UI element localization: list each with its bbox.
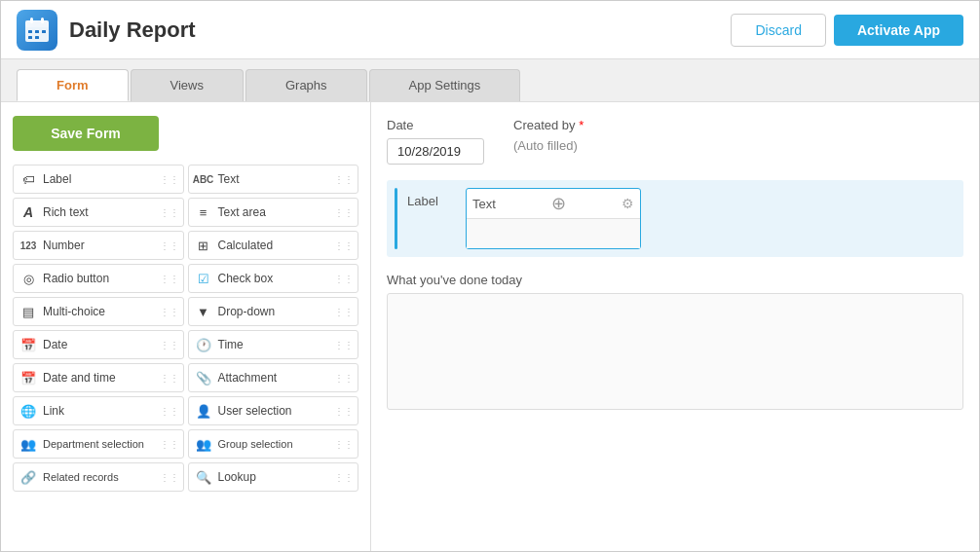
app-wrapper: Daily Report Discard Activate App Form V… [0,0,980,552]
what-done-textarea[interactable] [387,293,963,410]
date-and-time-icon: 📅 [19,369,37,386]
field-item-rich-text[interactable]: A Rich text ⋮⋮ [13,198,184,227]
selected-field-row: Label Text ⊕ ⚙ ⊞ [387,180,963,257]
field-item-text[interactable]: ABC Text ⋮⋮ [188,165,359,194]
date-field-group: Date [387,118,484,165]
form-area: Date Created by * (Auto filled) Label [371,102,979,551]
drag-handle: ⋮⋮ [160,274,179,284]
field-item-multi-choice[interactable]: ▤ Multi-choice ⋮⋮ [13,297,184,326]
department-selection-icon: 👥 [19,435,37,453]
field-user-selection-label: User selection [218,404,292,418]
app-title: Daily Report [69,18,731,43]
date-label: Date [387,118,484,132]
svg-rect-6 [42,30,46,33]
field-label-col: Label [407,188,456,208]
svg-rect-4 [28,30,32,33]
field-item-lookup[interactable]: 🔍 Lookup ⋮⋮ [188,462,359,492]
label-icon: 🏷 [19,170,37,188]
field-item-calculated[interactable]: ⊞ Calculated ⋮⋮ [188,231,359,260]
sidebar: Save Form 🏷 Label ⋮⋮ ABC Text ⋮⋮ A Rich … [1,102,371,551]
grid-icon[interactable]: ⊞ [978,209,979,228]
check-box-icon: ☑ [195,270,212,287]
field-item-drop-down[interactable]: ▼ Drop-down ⋮⋮ [188,297,359,326]
attachment-icon: 📎 [195,369,212,386]
svg-rect-3 [41,18,44,23]
discard-button[interactable]: Discard [731,14,825,47]
field-drop-down-label: Drop-down [218,305,276,318]
field-dept-label: Department selection [43,438,144,450]
drag-handle: ⋮⋮ [334,373,354,384]
lookup-icon: 🔍 [195,468,212,486]
related-records-icon: 🔗 [19,468,37,486]
field-multi-choice-label: Multi-choice [43,305,105,318]
field-item-text-area[interactable]: ≡ Text area ⋮⋮ [188,198,359,227]
field-check-box-label: Check box [218,272,274,285]
text-field-body [467,219,640,248]
field-date-and-time-label: Date and time [43,371,116,385]
drag-handle: ⋮⋮ [334,406,354,417]
drag-handle: ⋮⋮ [160,240,179,251]
field-radio-label: Radio button [43,272,109,285]
field-item-user-selection[interactable]: 👤 User selection ⋮⋮ [188,396,359,425]
field-item-link[interactable]: 🌐 Link ⋮⋮ [13,396,184,425]
field-item-date[interactable]: 📅 Date ⋮⋮ [13,330,184,359]
date-icon: 📅 [19,336,37,353]
blue-bar [395,188,397,249]
date-created-row: Date Created by * (Auto filled) [387,118,963,165]
field-item-date-and-time[interactable]: 📅 Date and time ⋮⋮ [13,363,184,392]
field-input-col: Text ⊕ ⚙ [466,188,641,249]
drag-handle: ⋮⋮ [160,406,179,417]
activate-app-button[interactable]: Activate App [834,15,963,46]
text-field-top: Text ⊕ ⚙ [467,189,640,219]
what-done-label: What you've done today [387,273,963,287]
field-item-related-records[interactable]: 🔗 Related records ⋮⋮ [13,462,184,492]
tab-form[interactable]: Form [17,69,129,101]
time-icon: 🕐 [195,336,212,353]
drag-handle: ⋮⋮ [334,240,354,251]
svg-rect-1 [25,20,49,27]
drag-handle: ⋮⋮ [160,373,179,384]
svg-rect-8 [35,36,39,39]
tab-app-settings[interactable]: App Settings [369,69,521,101]
created-by-label: Created by * [513,118,584,132]
svg-rect-7 [28,36,32,39]
field-related-records-label: Related records [43,471,119,483]
field-item-attachment[interactable]: 📎 Attachment ⋮⋮ [188,363,359,392]
drag-handle: ⋮⋮ [160,207,179,218]
field-item-number[interactable]: 123 Number ⋮⋮ [13,231,184,260]
field-item-label[interactable]: 🏷 Label ⋮⋮ [13,165,184,194]
save-form-button[interactable]: Save Form [13,116,159,151]
field-number-label: Number [43,239,85,252]
field-link-label: Link [43,404,64,418]
field-item-time[interactable]: 🕐 Time ⋮⋮ [188,330,359,359]
group-selection-icon: 👥 [195,435,212,453]
drag-handle: ⋮⋮ [160,340,179,350]
gear-icon[interactable]: ⚙ [622,196,634,211]
field-date-label: Date [43,338,67,351]
text-area-icon: ≡ [195,203,212,221]
field-calculated-label: Calculated [218,239,274,252]
tab-views[interactable]: Views [131,69,244,101]
date-input[interactable] [387,138,484,165]
field-item-radio-button[interactable]: ◎ Radio button ⋮⋮ [13,264,184,293]
drag-handle: ⋮⋮ [160,472,179,483]
tab-graphs[interactable]: Graphs [245,69,367,101]
rich-text-icon: A [19,203,37,221]
tabs-bar: Form Views Graphs App Settings [1,59,979,102]
drag-handle: ⋮⋮ [334,307,354,317]
drag-handle: ⋮⋮ [334,472,354,483]
calculated-icon: ⊞ [195,237,212,254]
field-grid: 🏷 Label ⋮⋮ ABC Text ⋮⋮ A Rich text ⋮⋮ ≡ [13,165,358,492]
field-group-label: Group selection [218,438,293,450]
drag-handle: ⋮⋮ [334,340,354,350]
field-lookup-label: Lookup [218,470,256,484]
field-item-department-selection[interactable]: 👥 Department selection ⋮⋮ [13,429,184,459]
drag-handle: ⋮⋮ [160,439,179,450]
auto-filled-text: (Auto filled) [513,138,584,153]
field-label-text: Label [43,172,71,186]
field-text-label: Text [218,172,240,186]
text-field-box[interactable]: Text ⊕ ⚙ [466,188,641,249]
field-item-check-box[interactable]: ☑ Check box ⋮⋮ [188,264,359,293]
field-text-area-label: Text area [218,205,266,219]
field-item-group-selection[interactable]: 👥 Group selection ⋮⋮ [188,429,359,459]
